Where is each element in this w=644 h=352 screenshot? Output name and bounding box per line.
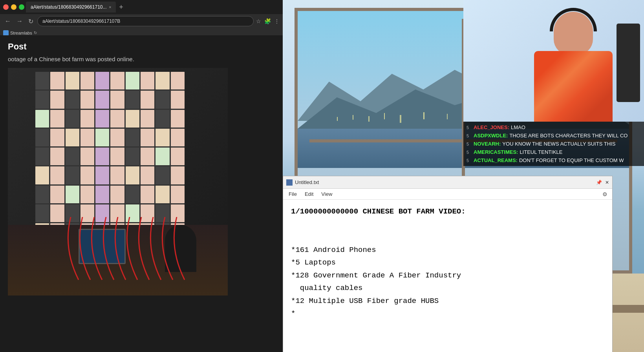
svg-rect-6 [368, 116, 370, 122]
post-title: Post [8, 42, 275, 52]
phone-cell [156, 166, 169, 184]
chat-number: 5 [467, 142, 472, 146]
toolbar-icons: ☆ 🧩 ⋮ [256, 18, 280, 24]
phone-cell [156, 110, 169, 128]
browser-chrome: aAlert/status/18068304929661710... × + ←… [0, 0, 283, 35]
forward-button[interactable]: → [15, 17, 24, 26]
chat-message-5: DON'T FORGET TO EQUIP THE CUSTOM W [519, 157, 624, 163]
tab-close-icon[interactable]: × [109, 5, 112, 9]
phone-cell [171, 91, 185, 108]
notepad-window: Untitled.txt 📌 ✕ File Edit View ⚙ 1/1000… [283, 176, 613, 352]
chat-username-3: NOVEARH: [474, 141, 501, 147]
phone-cell [50, 91, 64, 108]
menu-icon[interactable]: ⋮ [274, 18, 280, 24]
right-panel: 5 ALEC_JONES: LMAO 5 ASDPXWDLE: THOSE AR… [283, 0, 644, 352]
chat-message-4: LITEUL TENTIKLE [520, 149, 562, 155]
chat-line-2: 5 ASDPXWDLE: THOSE ARE BOTS CHARACTERS T… [463, 131, 644, 140]
bookmark-favicon [3, 30, 9, 36]
notepad-pin-icon[interactable]: 📌 [596, 180, 602, 185]
notepad-settings-icon[interactable]: ⚙ [599, 190, 611, 199]
phone-cell [95, 166, 109, 184]
notepad-line-3: *5 Laptops [291, 257, 604, 268]
notepad-line-4: *128 Government Grade A Fiber Industry [291, 270, 604, 281]
notepad-menu-view[interactable]: View [317, 190, 336, 199]
notepad-title-left: Untitled.txt [286, 179, 319, 186]
chat-number: 5 [467, 125, 472, 130]
chat-line-3: 5 NOVEARH: YOU KNOW THE NEWS ACTUALLY SU… [463, 140, 644, 148]
svg-rect-8 [400, 115, 401, 123]
phone-cell [66, 110, 79, 128]
active-tab[interactable]: aAlert/status/18068304929661710... × [26, 2, 116, 13]
phone-cell [126, 110, 139, 128]
phone-cell [66, 129, 79, 146]
phone-cell [171, 72, 185, 89]
phone-cell [95, 148, 109, 165]
bookmark-streamlabs[interactable]: Streamlabs ↻ [3, 30, 37, 36]
phone-cell [141, 166, 154, 184]
address-bar-input[interactable] [37, 16, 254, 26]
phone-cell [141, 91, 154, 108]
phone-cell [171, 129, 185, 146]
phone-cell [66, 72, 79, 89]
phone-cell [80, 148, 94, 165]
phone-cell [66, 148, 79, 165]
post-description: ootage of a Chinese bot farm was posted … [8, 56, 275, 62]
streamer-head [554, 12, 593, 55]
phone-cell [156, 91, 169, 108]
reload-button[interactable]: ↻ [27, 17, 35, 26]
window-controls [3, 4, 24, 10]
notepad-title-text: Untitled.txt [295, 179, 319, 185]
window-minimize-button[interactable] [11, 4, 16, 10]
phone-cell [35, 166, 49, 184]
phone-cell [66, 166, 79, 184]
phone-cell [156, 129, 169, 146]
phone-cell [35, 148, 49, 165]
phone-cell [95, 186, 109, 203]
webcam-overlay [463, 0, 644, 122]
chat-message-2: THOSE ARE BOTS CHARACTERS THEY WILL CO [509, 133, 628, 139]
bookmark-label: Streamlabs [10, 31, 32, 35]
chat-message-1: LMAO [511, 124, 525, 130]
window-maximize-button[interactable] [19, 4, 24, 10]
phone-cell [126, 186, 139, 203]
phone-cell [80, 166, 94, 184]
phone-cell [141, 129, 154, 146]
phone-cell [110, 166, 124, 184]
bookmark-reload-icon: ↻ [34, 31, 37, 35]
phone-cell [171, 166, 185, 184]
chat-username-5: ACTUAL_REAMS: [474, 157, 518, 163]
phone-cell [80, 91, 94, 108]
phone-cell [50, 186, 64, 203]
notepad-menu-file[interactable]: File [285, 190, 301, 199]
chat-number: 5 [467, 158, 472, 163]
star-icon[interactable]: ☆ [256, 18, 261, 24]
streamer-body [534, 51, 613, 122]
phone-cell [110, 148, 124, 165]
phone-cell [35, 110, 49, 128]
svg-rect-7 [384, 113, 385, 119]
notepad-menu-edit[interactable]: Edit [301, 190, 317, 199]
notepad-line-4b: quality cables [291, 283, 604, 294]
phone-cell [156, 148, 169, 165]
window-close-button[interactable] [3, 4, 9, 10]
phone-cell [110, 72, 124, 89]
phone-cell [80, 129, 94, 146]
notepad-content[interactable]: 1/1000000000000 CHINESE BOT FARM VIDEO: … [283, 200, 612, 352]
chat-line-5: 5 ACTUAL_REAMS: DON'T FORGET TO EQUIP TH… [463, 156, 644, 164]
chat-username-2: ASDPXWDLE: [474, 133, 508, 139]
extension-icon[interactable]: 🧩 [264, 18, 271, 24]
phone-cell [141, 148, 154, 165]
phone-cell [126, 148, 139, 165]
back-button[interactable]: ← [3, 17, 13, 26]
new-tab-button[interactable]: + [117, 3, 125, 11]
phone-cell [141, 110, 154, 128]
chat-line-1: 5 ALEC_JONES: LMAO [463, 123, 644, 131]
phone-cell [126, 166, 139, 184]
phone-cell [80, 72, 94, 89]
phone-cell [66, 91, 79, 108]
phone-cell [50, 72, 64, 89]
notepad-menubar: File Edit View ⚙ [283, 189, 612, 200]
notepad-close-icon[interactable]: ✕ [605, 180, 609, 185]
chat-username-1: ALEC_JONES: [474, 124, 509, 130]
phone-cell [110, 110, 124, 128]
